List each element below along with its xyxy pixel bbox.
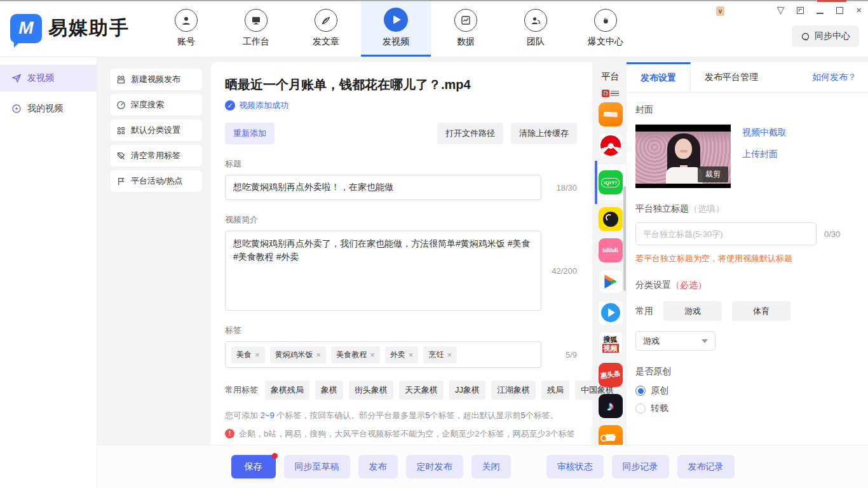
desc-textarea[interactable]: 想吃黄焖鸡别再点外卖了，我们在家也能做，方法很简单#黄焖鸡米饭 #美食 #美食教…	[225, 231, 541, 311]
radio-repost-control[interactable]	[635, 403, 646, 414]
category-sports-button[interactable]: 体育	[732, 301, 790, 321]
platform-icon-bilibili[interactable]: bilibili	[599, 238, 623, 262]
platform-icon-sohu-video[interactable]: 搜狐视频	[599, 332, 623, 356]
video-form: 晒最近一个月账单，钱都花在哪儿了？.mp4 ✓ 视频添加成功 重新添加 打开文件…	[211, 62, 592, 445]
minimize-icon[interactable]	[817, 13, 824, 14]
independent-title-note: 若平台独立标题为空，将使用视频默认标题	[635, 253, 855, 264]
tag-chip: 美食教程	[331, 346, 380, 363]
platform-rail-scrollbar[interactable]	[623, 186, 626, 291]
platform-icon-ifeng[interactable]	[599, 133, 623, 158]
nav-item-publish-article[interactable]: 发文章	[291, 0, 361, 57]
popout-icon[interactable]	[797, 7, 804, 14]
top-nav: 账号 工作台 发文章 发视频 数据 团队	[151, 0, 641, 57]
title-label: 标题	[225, 158, 577, 170]
sync-log-button[interactable]: 同步记录	[612, 455, 669, 478]
common-tag[interactable]: 街头象棋	[349, 381, 393, 400]
category-game-button[interactable]: 游戏	[663, 301, 722, 321]
nav-item-team[interactable]: 团队	[501, 0, 571, 57]
schedule-publish-button[interactable]: 定时发布	[406, 455, 463, 478]
common-tag[interactable]: 天天象棋	[399, 381, 444, 400]
tray-plugin-icon[interactable]: v	[716, 6, 724, 16]
close-button[interactable]: 关闭	[471, 455, 511, 478]
maximize-icon[interactable]	[836, 7, 843, 14]
publish-log-button[interactable]: 发布记录	[677, 455, 735, 478]
platform-icon-camera-app[interactable]	[599, 207, 623, 231]
platform-icon-iqiyi-selected[interactable]: iQIYI	[595, 165, 626, 200]
remove-tag-icon[interactable]	[255, 350, 260, 360]
close-icon[interactable]: ×	[856, 5, 862, 15]
title-input[interactable]	[225, 175, 541, 200]
account-icon	[175, 9, 198, 32]
window-controls: ▽ ×	[777, 5, 862, 15]
video-filename: 晒最近一个月账单，钱都花在哪儿了？.mp4	[225, 76, 577, 93]
menu-filter-icon[interactable]: ▽	[777, 5, 785, 15]
team-icon	[524, 9, 547, 32]
nav-item-data[interactable]: 数据	[431, 0, 501, 57]
tab-platform-manage[interactable]: 发布平台管理	[691, 62, 772, 92]
platform-icon-tencent-video[interactable]	[599, 269, 623, 294]
sidebar-footer-spacer	[0, 445, 97, 488]
sidebar-item-my-videos[interactable]: 我的视频	[0, 95, 97, 122]
nav-item-account[interactable]: 账号	[151, 0, 221, 57]
common-tag[interactable]: JJ象棋	[449, 381, 485, 400]
publish-button[interactable]: 发布	[358, 455, 398, 478]
common-tag[interactable]: 残局	[541, 381, 569, 400]
tool-default-category[interactable]: 默认分类设置	[110, 119, 202, 141]
flame-icon	[594, 9, 617, 32]
platform-rail: 平台 iQIYI bilibili 搜狐视频 惠头条 ♪	[595, 62, 626, 445]
how-to-publish-link[interactable]: 如何发布？	[812, 72, 868, 83]
common-tag[interactable]: 象棋残局	[265, 381, 309, 400]
radio-original[interactable]: 原创	[635, 385, 855, 396]
platform-icon-qutoutiao[interactable]	[599, 102, 623, 126]
paper-plane-icon	[11, 73, 22, 83]
video-play-icon	[384, 8, 408, 32]
review-status-button[interactable]: 审核状态	[546, 455, 604, 478]
tools-panel: 新建视频发布 深度搜索 默认分类设置 清空常用标签 平台活动/热点	[97, 57, 211, 445]
platform-icon-mini[interactable]	[601, 90, 620, 97]
capture-from-video-link[interactable]: 视频中截取	[742, 127, 787, 139]
clear-upload-cache-button[interactable]: 清除上传缓存	[511, 123, 577, 144]
save-button[interactable]: 保存	[231, 455, 276, 478]
desc-counter: 42/200	[541, 266, 577, 276]
tool-clear-common-tags[interactable]: 清空常用标签	[110, 145, 202, 166]
remove-tag-icon[interactable]	[370, 350, 375, 360]
open-file-path-button[interactable]: 打开文件路径	[437, 123, 503, 144]
publish-tabs: 发布设置 发布平台管理 如何发布？	[627, 62, 868, 93]
platform-icon-huitoutiao[interactable]: 惠头条	[599, 363, 623, 387]
platform-icon-haokan-video[interactable]	[599, 301, 623, 325]
desc-label: 视频简介	[225, 214, 577, 226]
common-tag[interactable]: 江湖象棋	[491, 381, 536, 400]
independent-title-input[interactable]	[635, 222, 817, 245]
remove-tag-icon[interactable]	[316, 350, 322, 360]
platform-rail-label: 平台	[602, 71, 620, 83]
sidebar-item-publish-video[interactable]: 发视频	[0, 65, 97, 92]
tool-deep-search[interactable]: 深度搜索	[110, 94, 202, 116]
remove-tag-icon[interactable]	[447, 350, 452, 360]
chevron-down-icon	[702, 339, 708, 343]
sidebar: 发视频 我的视频	[0, 57, 97, 445]
tags-input-box[interactable]: 美食 黄焖鸡米饭 美食教程 外卖 烹饪	[225, 341, 541, 368]
platform-icon-douyin[interactable]: ♪	[599, 394, 623, 418]
tool-platform-activities[interactable]: 平台活动/热点	[110, 170, 202, 192]
tab-publish-settings[interactable]: 发布设置	[627, 62, 691, 92]
radio-original-control[interactable]	[635, 386, 646, 396]
category-label: 分类设置（必选）	[635, 280, 855, 291]
tool-new-video-publish[interactable]: 新建视频发布	[110, 69, 202, 90]
window-border	[0, 0, 868, 1]
radio-repost[interactable]: 转载	[635, 403, 855, 414]
nav-item-workbench[interactable]: 工作台	[221, 0, 291, 57]
new-video-icon	[116, 75, 126, 85]
remove-tag-icon[interactable]	[409, 350, 414, 360]
sync-to-draft-button[interactable]: 同步至草稿	[284, 455, 350, 478]
nav-item-publish-video[interactable]: 发视频	[361, 0, 431, 57]
sync-center-button[interactable]: 同步中心	[792, 25, 859, 47]
crop-button[interactable]: 裁剪	[698, 166, 728, 182]
readd-video-button[interactable]: 重新添加	[225, 123, 275, 144]
common-tag[interactable]: 象棋	[315, 381, 343, 400]
cover-thumbnail[interactable]: 裁剪	[635, 125, 731, 188]
platform-icon-kuaishou[interactable]	[599, 425, 623, 445]
category-select[interactable]: 游戏	[635, 331, 715, 351]
nav-item-hot-center[interactable]: 爆文中心	[571, 0, 641, 57]
upload-cover-link[interactable]: 上传封面	[742, 149, 787, 160]
success-check-icon: ✓	[225, 100, 235, 111]
